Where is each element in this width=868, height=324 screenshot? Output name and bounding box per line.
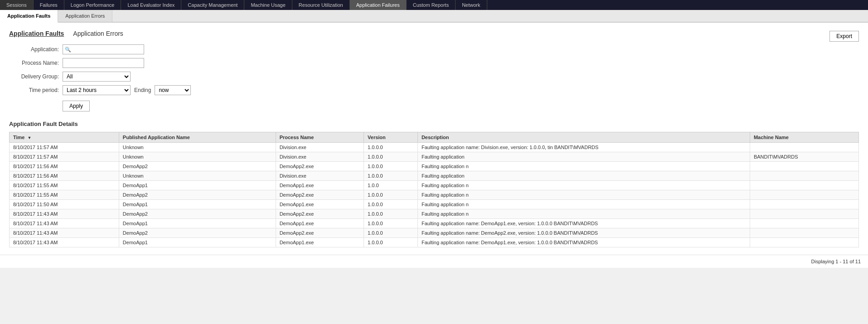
top-nav-custom-reports[interactable]: Custom Reports [407, 0, 456, 10]
tab-bar: Application Faults Application Errors [0, 10, 868, 23]
top-nav-machine-usage[interactable]: Machine Usage [244, 0, 292, 10]
page-header: Application Faults Application Errors Ex… [9, 30, 859, 44]
page-title-row: Application Faults Application Errors [9, 30, 123, 37]
application-input-wrapper: 🔍 [63, 44, 144, 54]
delivery-group-filter-row: Delivery Group: All [9, 72, 859, 82]
page-title-faults[interactable]: Application Faults [9, 30, 64, 37]
application-filter-row: Application: 🔍 [9, 44, 859, 54]
export-button[interactable]: Export [829, 31, 859, 42]
table-row[interactable]: 8/10/2017 11:50 AMDemoApp1DemoApp1.exe1.… [10, 200, 859, 209]
col-app-name[interactable]: Published Application Name [119, 132, 276, 143]
table-row[interactable]: 8/10/2017 11:56 AMUnknownDivision.exe1.0… [10, 171, 859, 181]
top-nav-capacity-management[interactable]: Capacity Management [181, 0, 244, 10]
col-process-name[interactable]: Process Name [276, 132, 364, 143]
top-nav-logon-performance[interactable]: Logon Performance [64, 0, 121, 10]
process-name-label: Process Name: [9, 60, 59, 66]
time-period-filter-row: Time period: Last 2 hours Last 4 hours L… [9, 85, 859, 95]
col-description[interactable]: Description [417, 132, 750, 143]
main-content: Application Faults Application Errors Ex… [0, 23, 868, 255]
delivery-group-select[interactable]: All [63, 72, 131, 82]
table-row[interactable]: 8/10/2017 11:43 AMDemoApp1DemoApp1.exe1.… [10, 219, 859, 228]
footer: Displaying 1 - 11 of 11 [0, 255, 868, 268]
table-row[interactable]: 8/10/2017 11:57 AMUnknownDivision.exe1.0… [10, 143, 859, 152]
table-row[interactable]: 8/10/2017 11:56 AMDemoApp2DemoApp2.exe1.… [10, 162, 859, 171]
apply-button-row: Apply [9, 99, 859, 111]
col-machine-name[interactable]: Machine Name [750, 132, 858, 143]
time-period-label: Time period: [9, 87, 59, 93]
col-version[interactable]: Version [364, 132, 418, 143]
table-header: Time ▼ Published Application Name Proces… [10, 132, 859, 143]
apply-button[interactable]: Apply [63, 101, 90, 111]
fault-details-table: Time ▼ Published Application Name Proces… [9, 132, 859, 247]
table-row[interactable]: 8/10/2017 11:57 AMUnknownDivision.exe1.0… [10, 152, 859, 162]
top-nav-resource-utilization[interactable]: Resource Utilization [292, 0, 350, 10]
tab-application-errors[interactable]: Application Errors [58, 10, 112, 22]
application-label: Application: [9, 46, 59, 53]
delivery-group-label: Delivery Group: [9, 73, 59, 80]
tab-application-faults[interactable]: Application Faults [0, 10, 58, 23]
table-row[interactable]: 8/10/2017 11:43 AMDemoApp1DemoApp1.exe1.… [10, 238, 859, 247]
ending-select[interactable]: now [155, 85, 191, 95]
filter-section: Application: 🔍 Process Name: Delivery Gr… [9, 44, 859, 111]
col-time[interactable]: Time ▼ [10, 132, 119, 143]
table-row[interactable]: 8/10/2017 11:43 AMDemoApp2DemoApp2.exe1.… [10, 228, 859, 238]
search-icon: 🔍 [65, 47, 71, 53]
ending-label: Ending [134, 87, 151, 93]
time-period-select[interactable]: Last 2 hours Last 4 hours Last 24 hours [63, 85, 131, 95]
top-nav-failures[interactable]: Failures [34, 0, 64, 10]
top-nav-network[interactable]: Network [456, 0, 487, 10]
top-nav-application-failures[interactable]: Application Failures [350, 0, 407, 10]
top-nav-sessions[interactable]: Sessions [0, 0, 34, 10]
page-title-errors[interactable]: Application Errors [73, 30, 123, 37]
display-count: Displaying 1 - 11 of 11 [811, 259, 861, 264]
process-name-filter-row: Process Name: [9, 58, 859, 68]
application-input[interactable] [63, 44, 144, 54]
top-navigation: Sessions Failures Logon Performance Load… [0, 0, 868, 10]
table-container: Time ▼ Published Application Name Proces… [9, 132, 859, 247]
table-body: 8/10/2017 11:57 AMUnknownDivision.exe1.0… [10, 143, 859, 247]
top-nav-load-evaluator[interactable]: Load Evaluator Index [121, 0, 181, 10]
table-row[interactable]: 8/10/2017 11:55 AMDemoApp1DemoApp1.exe1.… [10, 181, 859, 190]
process-name-input[interactable] [63, 58, 144, 68]
table-row[interactable]: 8/10/2017 11:55 AMDemoApp2DemoApp2.exe1.… [10, 190, 859, 200]
table-row[interactable]: 8/10/2017 11:43 AMDemoApp2DemoApp2.exe1.… [10, 209, 859, 219]
section-title: Application Fault Details [9, 121, 859, 127]
sort-icon: ▼ [28, 135, 32, 140]
